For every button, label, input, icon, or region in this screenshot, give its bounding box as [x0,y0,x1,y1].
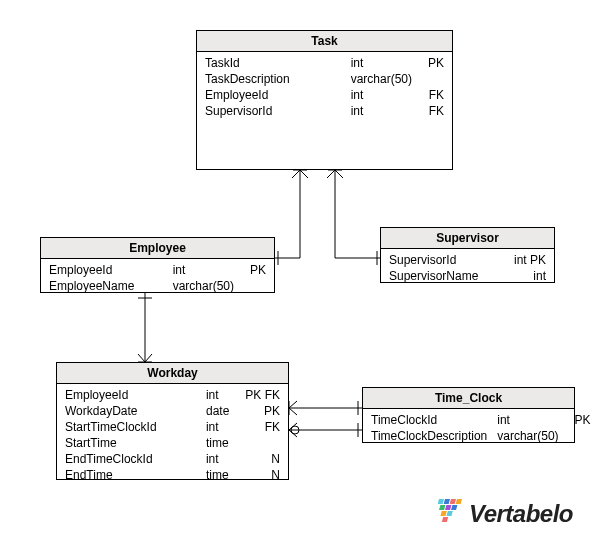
svg-rect-6 [445,505,451,510]
col-key: N [239,468,280,482]
col-key: int PK [508,253,546,267]
svg-rect-9 [446,511,452,516]
entity-body-employee: EmployeeId int PK EmployeeName varchar(5… [41,259,274,297]
svg-rect-4 [456,499,462,504]
entity-supervisor: Supervisor SupervisorId int PK Superviso… [380,227,555,283]
col-key: FK [422,104,444,118]
col-type: varchar(50) [497,429,558,443]
svg-rect-7 [451,505,457,510]
entity-body-task: TaskId int PK TaskDescription varchar(50… [197,52,452,122]
col-type: varchar(50) [173,279,234,293]
col-key: FK [239,420,280,434]
col-key: PK FK [239,388,280,402]
col-key: PK [422,56,444,70]
svg-rect-10 [442,517,448,522]
svg-point-0 [291,426,299,434]
vertabelo-icon [431,499,463,529]
entity-title-time-clock: Time_Clock [363,388,574,409]
col-type: int [351,88,412,102]
col-key: PK [239,404,280,418]
col-type: date [206,404,229,418]
col-name: WorkdayDate [65,404,196,418]
col-key [244,279,266,293]
col-key: FK [422,88,444,102]
col-key [422,72,444,86]
col-type: int [206,452,229,466]
col-name: StartTimeClockId [65,420,196,434]
col-name: TaskId [205,56,341,70]
col-name: TaskDescription [205,72,341,86]
entity-title-employee: Employee [41,238,274,259]
col-name: EmployeeId [65,388,196,402]
svg-rect-3 [450,499,456,504]
svg-rect-2 [444,499,450,504]
entity-title-task: Task [197,31,452,52]
col-name: TimeClockId [371,413,487,427]
entity-task: Task TaskId int PK TaskDescription varch… [196,30,453,170]
brand-name: Vertabelo [469,500,573,528]
col-type: int [173,263,234,277]
entity-time-clock: Time_Clock TimeClockId int PK TimeClockD… [362,387,575,443]
col-type: varchar(50) [351,72,412,86]
col-name: EmployeeId [49,263,163,277]
col-key: N [239,452,280,466]
col-name: TimeClockDescription [371,429,487,443]
col-key: PK [569,413,591,427]
entity-title-supervisor: Supervisor [381,228,554,249]
col-type: int [351,56,412,70]
col-key [569,429,591,443]
col-type: int [351,104,412,118]
col-name: SupervisorId [389,253,488,267]
col-key [239,436,280,450]
entity-workday: Workday EmployeeId int PK FK WorkdayDate… [56,362,289,480]
col-key: PK [244,263,266,277]
col-name: EmployeeName [49,279,163,293]
entity-employee: Employee EmployeeId int PK EmployeeName … [40,237,275,293]
col-type: int [206,420,229,434]
col-name: StartTime [65,436,196,450]
entity-body-workday: EmployeeId int PK FK WorkdayDate date PK… [57,384,288,486]
col-type: int [497,413,558,427]
entity-body-time-clock: TimeClockId int PK TimeClockDescription … [363,409,574,447]
entity-title-workday: Workday [57,363,288,384]
col-name: SupervisorId [205,104,341,118]
col-name: EndTime [65,468,196,482]
col-name: EndTimeClockId [65,452,196,466]
svg-rect-8 [440,511,446,516]
col-type: int [206,388,229,402]
brand-logo: Vertabelo [431,499,573,529]
col-name: EmployeeId [205,88,341,102]
svg-rect-5 [439,505,445,510]
col-key: int [508,269,546,283]
col-type: time [206,436,229,450]
svg-rect-1 [438,499,444,504]
entity-body-supervisor: SupervisorId int PK SupervisorName int [381,249,554,287]
col-name: SupervisorName [389,269,488,283]
col-type: time [206,468,229,482]
